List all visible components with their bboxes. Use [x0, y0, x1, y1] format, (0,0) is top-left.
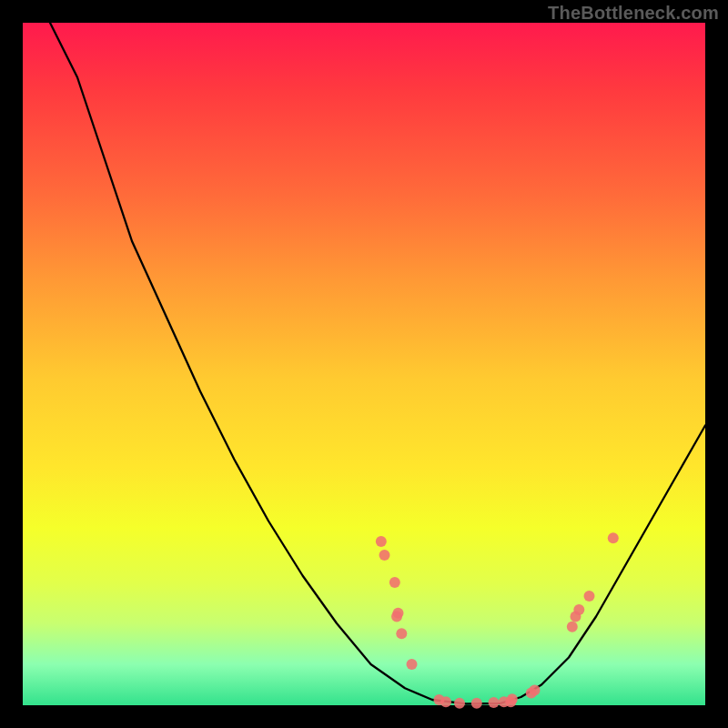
chart-plot: [23, 23, 705, 705]
chart-dot: [391, 612, 402, 622]
chart-dot: [573, 604, 584, 615]
chart-dot: [389, 577, 400, 588]
chart-dot: [376, 536, 387, 547]
chart-dot: [407, 659, 418, 670]
chart-dot: [489, 697, 500, 708]
chart-dot: [567, 622, 578, 632]
chart-dot: [440, 696, 451, 707]
chart-dot: [471, 698, 482, 709]
chart-dot: [454, 698, 465, 709]
chart-dot: [379, 550, 390, 561]
chart-dot: [584, 591, 595, 602]
chart-curve: [50, 23, 705, 704]
chart-dot: [507, 693, 518, 704]
chart-dot: [608, 532, 619, 543]
chart-dot: [530, 685, 541, 696]
attribution-text: TheBottleneck.com: [548, 3, 719, 24]
chart-dot: [396, 628, 407, 639]
chart-dots: [376, 532, 619, 709]
